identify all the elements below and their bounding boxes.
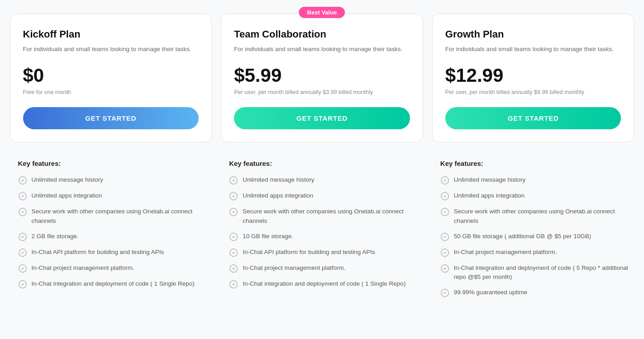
check-circle-icon [440, 248, 449, 257]
plan-price-sub-kickoff: Free for one month [23, 89, 199, 97]
feature-item: In-Chat API platform for building and te… [229, 248, 419, 257]
check-circle-icon [229, 264, 238, 273]
check-circle-icon [18, 176, 27, 185]
features-title-kickoff: Key features: [18, 160, 208, 167]
check-circle-icon [229, 248, 238, 257]
get-started-button-team[interactable]: GET STARTED [234, 107, 410, 129]
feature-item: Secure work with other companies using O… [18, 207, 208, 226]
check-circle-icon [229, 192, 238, 201]
feature-text: In-Chat project management platform. [32, 264, 134, 273]
plan-card-team: Best Value Team Collaboration For indivi… [221, 14, 423, 142]
features-grid: Key features: Unlimited message history … [10, 155, 634, 308]
feature-text: Secure work with other companies using O… [454, 207, 630, 226]
check-circle-icon [440, 288, 449, 297]
feature-item: 99.99% guaranteed uptime [440, 288, 630, 297]
feature-item: In-Chat project management platform. [18, 264, 208, 273]
feature-text: In-Chat API platform for building and te… [243, 248, 375, 257]
feature-item: Unlimited message history [229, 175, 419, 185]
check-circle-icon [18, 264, 27, 273]
feature-item: 10 GB file storage. [229, 232, 419, 241]
check-circle-icon [440, 232, 449, 241]
feature-text: Unlimited apps integration [32, 191, 102, 200]
feature-text: Unlimited message history [243, 175, 314, 184]
feature-text: In-Chat project management platform. [454, 248, 557, 257]
feature-text: In-Chat API platform for building and te… [32, 248, 164, 257]
feature-item: Secure work with other companies using O… [440, 207, 630, 226]
check-circle-icon [18, 207, 27, 217]
plan-price-team: $5.99 [234, 65, 410, 86]
get-started-button-growth[interactable]: GET STARTED [445, 107, 621, 129]
feature-item: In-Chat integration and deployment of co… [229, 279, 419, 289]
feature-item: In-Chat integration and deployment of co… [18, 279, 208, 289]
feature-text: 10 GB file storage. [243, 232, 293, 241]
plan-name-kickoff: Kickoff Plan [23, 28, 199, 40]
feature-item: In-Chat project management platform. [440, 248, 630, 257]
plan-price-sub-growth: Per user, per month billed annually $9.9… [445, 89, 621, 97]
plan-price-sub-team: Per user, per month billed annually $3.9… [234, 89, 410, 97]
feature-item: Unlimited apps integration [440, 191, 630, 201]
feature-item: 2 GB file storage. [18, 232, 208, 241]
feature-item: Secure work with other companies using O… [229, 207, 419, 226]
plan-card-kickoff: Kickoff Plan For individuals and small t… [10, 14, 212, 142]
feature-item: Unlimited apps integration [229, 191, 419, 201]
feature-text: Secure work with other companies using O… [243, 207, 419, 226]
feature-text: 50 GB file storage ( additional GB @ $5 … [454, 232, 591, 241]
check-circle-icon [229, 232, 238, 241]
check-circle-icon [229, 280, 238, 289]
check-circle-icon [440, 176, 449, 185]
plan-desc-kickoff: For individuals and small teams looking … [23, 45, 199, 54]
feature-item: In-Chat project management platform. [229, 264, 419, 273]
feature-item: In-Chat integration and deployment of co… [440, 264, 630, 282]
plan-price-kickoff: $0 [23, 65, 199, 86]
get-started-button-kickoff[interactable]: GET STARTED [23, 107, 199, 129]
features-title-growth: Key features: [440, 160, 630, 167]
plan-card-growth: Growth Plan For individuals and small te… [432, 14, 634, 142]
feature-text: In-Chat project management platform. [243, 264, 345, 273]
features-title-team: Key features: [229, 160, 419, 167]
check-circle-icon [18, 192, 27, 201]
feature-text: In-Chat integration and deployment of co… [243, 279, 405, 288]
features-col-kickoff: Key features: Unlimited message history … [10, 155, 212, 308]
feature-text: Unlimited message history [454, 175, 525, 184]
feature-text: In-Chat integration and deployment of co… [454, 264, 630, 282]
feature-item: Unlimited message history [18, 175, 208, 185]
plan-desc-growth: For individuals and small teams looking … [445, 45, 621, 54]
feature-item: 50 GB file storage ( additional GB @ $5 … [440, 232, 630, 241]
feature-item: In-Chat API platform for building and te… [18, 248, 208, 257]
feature-text: Unlimited apps integration [243, 191, 313, 200]
feature-text: Secure work with other companies using O… [32, 207, 208, 226]
check-circle-icon [229, 207, 238, 217]
check-circle-icon [18, 280, 27, 289]
features-col-growth: Key features: Unlimited message history … [432, 155, 634, 308]
feature-text: Unlimited apps integration [454, 191, 525, 200]
check-circle-icon [18, 232, 27, 241]
check-circle-icon [440, 192, 449, 201]
feature-item: Unlimited message history [440, 175, 630, 185]
plan-price-growth: $12.99 [445, 65, 621, 86]
check-circle-icon [440, 207, 449, 217]
plan-name-growth: Growth Plan [445, 28, 621, 40]
feature-text: Unlimited message history [32, 175, 103, 184]
check-circle-icon [229, 176, 238, 185]
features-col-team: Key features: Unlimited message history … [221, 155, 423, 308]
best-value-badge: Best Value [299, 7, 345, 18]
pricing-grid: Kickoff Plan For individuals and small t… [10, 14, 634, 142]
plan-desc-team: For individuals and small teams looking … [234, 45, 410, 54]
feature-item: Unlimited apps integration [18, 191, 208, 201]
check-circle-icon [18, 248, 27, 257]
feature-text: In-Chat integration and deployment of co… [32, 279, 195, 288]
feature-text: 2 GB file storage. [32, 232, 79, 241]
feature-text: 99.99% guaranteed uptime [454, 288, 527, 297]
check-circle-icon [440, 264, 449, 273]
plan-name-team: Team Collaboration [234, 28, 410, 40]
